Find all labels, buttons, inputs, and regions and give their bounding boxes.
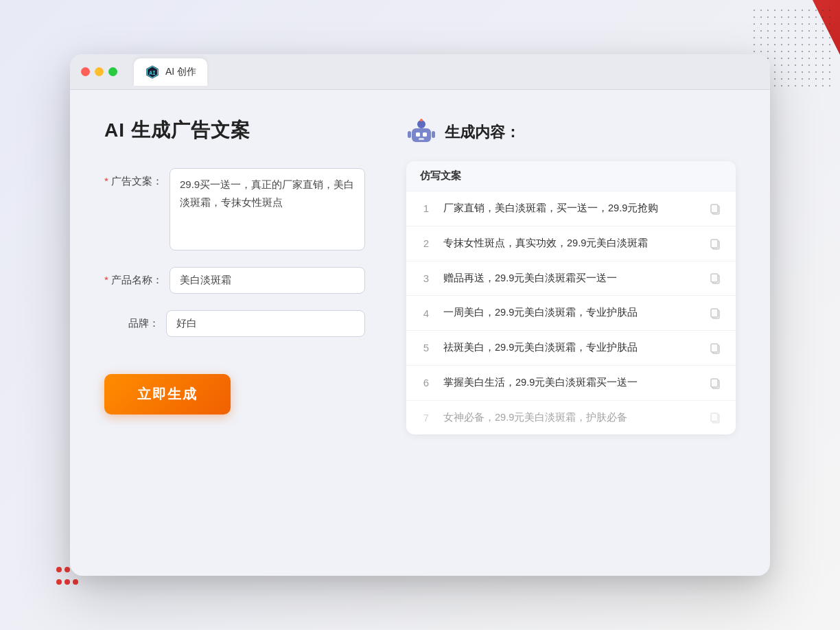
- copy-icon[interactable]: [708, 237, 722, 250]
- svg-rect-21: [711, 344, 718, 352]
- row-text: 专抹女性斑点，真实功效，29.9元美白淡斑霜: [443, 236, 697, 251]
- row-number: 4: [420, 307, 432, 319]
- browser-window: AI AI 创作 AI 生成广告文案 广告文案： 29.9买一送一，真正的厂家直…: [70, 54, 770, 576]
- robot-icon: [406, 117, 436, 148]
- svg-rect-10: [408, 131, 411, 138]
- svg-rect-15: [711, 240, 718, 248]
- row-number: 7: [420, 412, 432, 423]
- row-text: 掌握美白生活，29.9元美白淡斑霜买一送一: [443, 375, 697, 390]
- brand-label: 品牌：: [104, 310, 159, 330]
- minimize-button[interactable]: [95, 67, 104, 76]
- copy-icon[interactable]: [708, 376, 722, 390]
- svg-rect-6: [423, 132, 427, 137]
- table-row: 7 女神必备，29.9元美白淡斑霜，护肤必备: [406, 401, 736, 435]
- ad-copy-input[interactable]: 29.9买一送一，真正的厂家直销，美白淡斑霜，专抹女性斑点: [170, 168, 365, 250]
- copy-icon[interactable]: [708, 306, 722, 320]
- product-name-group: 产品名称：: [104, 267, 365, 294]
- result-title: 生成内容：: [445, 122, 520, 143]
- svg-rect-11: [432, 131, 435, 138]
- row-number: 1: [420, 202, 432, 214]
- product-name-input[interactable]: [170, 267, 365, 294]
- maximize-button[interactable]: [108, 67, 117, 76]
- right-panel: 生成内容： 仿写文案 1 厂家直销，美白淡斑霜，买一送一，29.9元抢购 2 专…: [406, 117, 736, 548]
- row-text: 祛斑美白，29.9元美白淡斑霜，专业护肤品: [443, 340, 697, 355]
- traffic-lights: [81, 67, 117, 76]
- copy-icon[interactable]: [708, 410, 722, 424]
- svg-rect-17: [711, 274, 718, 282]
- brand-input[interactable]: [166, 310, 365, 337]
- ad-copy-group: 广告文案： 29.9买一送一，真正的厂家直销，美白淡斑霜，专抹女性斑点: [104, 168, 365, 250]
- table-row: 5 祛斑美白，29.9元美白淡斑霜，专业护肤品: [406, 331, 736, 366]
- svg-rect-19: [711, 309, 718, 317]
- copy-icon[interactable]: [708, 341, 722, 355]
- row-text: 赠品再送，29.9元美白淡斑霜买一送一: [443, 271, 697, 286]
- result-header: 生成内容：: [406, 117, 736, 148]
- row-number: 2: [420, 237, 432, 249]
- brand-group: 品牌：: [104, 310, 365, 337]
- tab-label: AI 创作: [165, 66, 196, 78]
- row-number: 3: [420, 272, 432, 284]
- svg-rect-25: [711, 413, 718, 421]
- table-row: 3 赠品再送，29.9元美白淡斑霜买一送一: [406, 261, 736, 296]
- browser-tab[interactable]: AI AI 创作: [134, 58, 207, 86]
- row-number: 5: [420, 342, 432, 353]
- row-text: 一周美白，29.9元美白淡斑霜，专业护肤品: [443, 305, 697, 320]
- svg-rect-7: [419, 138, 424, 140]
- svg-point-9: [420, 119, 423, 121]
- row-number: 6: [420, 377, 432, 388]
- copy-icon[interactable]: [708, 202, 722, 215]
- svg-rect-23: [711, 379, 718, 387]
- table-row: 2 专抹女性斑点，真实功效，29.9元美白淡斑霜: [406, 226, 736, 261]
- svg-text:AI: AI: [149, 69, 156, 75]
- svg-rect-13: [711, 205, 718, 213]
- table-row: 1 厂家直销，美白淡斑霜，买一送一，29.9元抢购: [406, 191, 736, 226]
- result-table: 仿写文案 1 厂家直销，美白淡斑霜，买一送一，29.9元抢购 2 专抹女性斑点，…: [406, 161, 736, 434]
- svg-rect-5: [416, 132, 420, 137]
- generate-button[interactable]: 立即生成: [104, 374, 231, 415]
- ad-copy-label: 广告文案：: [104, 168, 163, 188]
- main-content: AI 生成广告文案 广告文案： 29.9买一送一，真正的厂家直销，美白淡斑霜，专…: [70, 90, 770, 576]
- page-title: AI 生成广告文案: [104, 117, 365, 143]
- ai-tab-icon: AI: [145, 65, 160, 80]
- result-table-header: 仿写文案: [406, 161, 736, 191]
- table-row: 6 掌握美白生活，29.9元美白淡斑霜买一送一: [406, 366, 736, 401]
- row-text: 女神必备，29.9元美白淡斑霜，护肤必备: [443, 410, 697, 425]
- result-rows-container: 1 厂家直销，美白淡斑霜，买一送一，29.9元抢购 2 专抹女性斑点，真实功效，…: [406, 191, 736, 434]
- browser-titlebar: AI AI 创作: [70, 54, 770, 90]
- left-panel: AI 生成广告文案 广告文案： 29.9买一送一，真正的厂家直销，美白淡斑霜，专…: [104, 117, 365, 548]
- row-text: 厂家直销，美白淡斑霜，买一送一，29.9元抢购: [443, 201, 697, 216]
- product-name-label: 产品名称：: [104, 267, 163, 287]
- copy-icon[interactable]: [708, 271, 722, 285]
- table-row: 4 一周美白，29.9元美白淡斑霜，专业护肤品: [406, 296, 736, 331]
- close-button[interactable]: [81, 67, 90, 76]
